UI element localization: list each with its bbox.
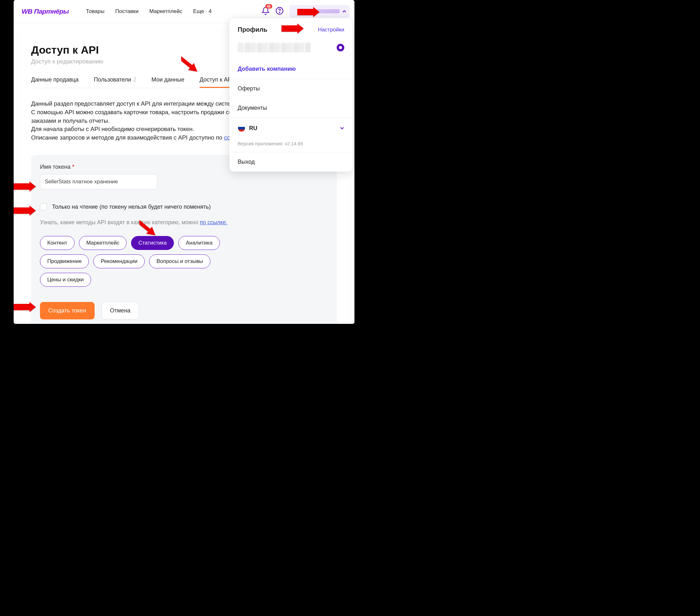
- category-chip-4[interactable]: Продвижение: [40, 254, 89, 268]
- readonly-checkbox[interactable]: [40, 203, 47, 210]
- add-company-link[interactable]: Добавить компанию: [229, 57, 352, 79]
- svg-marker-8: [14, 302, 36, 312]
- token-name-input[interactable]: [40, 174, 158, 189]
- annotation-arrow: [14, 302, 36, 313]
- svg-marker-5: [14, 181, 36, 192]
- language-selector[interactable]: RU: [229, 118, 352, 138]
- annotation-arrow: [139, 218, 157, 237]
- category-chip-3[interactable]: Аналитика: [178, 236, 220, 250]
- profile-dropdown: Профиль Настройки Добавить компанию Офер…: [229, 18, 352, 172]
- token-form: Имя токена * Только на чтение (по токену…: [31, 155, 337, 324]
- svg-marker-3: [282, 24, 304, 34]
- category-chip-5[interactable]: Рекомендации: [93, 254, 145, 268]
- svg-marker-6: [14, 205, 36, 216]
- annotation-arrow: [181, 54, 199, 74]
- settings-link[interactable]: Настройки: [318, 27, 344, 33]
- company-radio-selected[interactable]: [337, 44, 344, 51]
- nav-marketplace[interactable]: Маркетплейс: [149, 8, 182, 15]
- categories-hint: Узнать, какие методы API входят в каждую…: [40, 219, 328, 226]
- chevron-up-icon: [342, 9, 347, 14]
- cancel-button[interactable]: Отмена: [102, 302, 139, 319]
- create-token-button[interactable]: Создать токен: [40, 302, 95, 319]
- help-icon: [275, 7, 284, 15]
- tab-0[interactable]: Данные продавца: [31, 76, 79, 88]
- tab-2[interactable]: Мои данные: [151, 76, 184, 88]
- menu-documents[interactable]: Документы: [229, 98, 352, 118]
- svg-marker-2: [297, 7, 320, 17]
- flag-ru-icon: [238, 124, 245, 132]
- category-chip-0[interactable]: Контент: [40, 236, 75, 250]
- menu-offers[interactable]: Оферты: [229, 79, 352, 98]
- notifications-button[interactable]: 46: [261, 7, 270, 16]
- categories-link[interactable]: по ссылке.: [200, 219, 227, 226]
- annotation-arrow: [297, 7, 320, 18]
- company-row[interactable]: [229, 38, 352, 57]
- nav-more[interactable]: Еще · 4: [193, 8, 212, 15]
- nav-products[interactable]: Товары: [86, 8, 104, 15]
- logo[interactable]: WB Партнёры: [22, 8, 69, 15]
- svg-point-1: [279, 12, 280, 13]
- notifications-badge: 46: [265, 4, 272, 9]
- dropdown-title: Профиль: [238, 26, 267, 33]
- tab-3[interactable]: Доступ к API: [200, 76, 233, 88]
- category-chip-7[interactable]: Цены и скидки: [40, 273, 91, 287]
- chevron-down-icon: [340, 126, 344, 130]
- tab-1[interactable]: Пользователи2: [94, 76, 136, 88]
- category-chip-1[interactable]: Маркетплейс: [79, 236, 127, 250]
- category-chip-6[interactable]: Вопросы и отзывы: [149, 254, 210, 268]
- annotation-arrow: [14, 205, 36, 217]
- company-name-blur: [238, 43, 311, 52]
- language-label: RU: [249, 125, 336, 131]
- app-version: Версия приложения: v2.14.69: [229, 138, 352, 152]
- svg-marker-4: [181, 54, 197, 72]
- svg-marker-7: [139, 218, 155, 236]
- annotation-arrow: [282, 24, 304, 35]
- category-chip-2[interactable]: Статистика: [131, 236, 174, 250]
- readonly-label: Только на чтение (по токену нельзя будет…: [52, 204, 211, 210]
- logout-button[interactable]: Выход: [229, 152, 352, 172]
- help-button[interactable]: [275, 7, 284, 16]
- annotation-arrow: [14, 181, 36, 193]
- nav-supplies[interactable]: Поставки: [115, 8, 138, 15]
